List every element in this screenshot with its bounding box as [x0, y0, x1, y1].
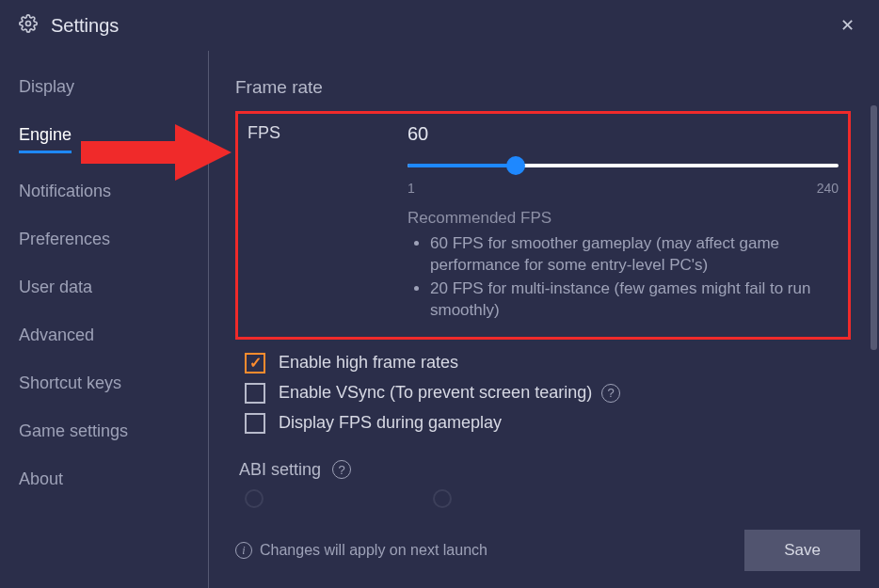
recommended-fps-title: Recommended FPS — [408, 209, 839, 228]
sidebar-item-game-settings[interactable]: Game settings — [19, 421, 128, 441]
svg-point-0 — [26, 22, 31, 26]
abi-radio-option[interactable] — [245, 489, 264, 508]
checkbox-label-display-fps: Display FPS during gameplay — [279, 413, 502, 433]
sidebar-item-display[interactable]: Display — [19, 77, 74, 97]
footer-note-text: Changes will apply on next launch — [260, 542, 487, 559]
sidebar-item-engine[interactable]: Engine — [19, 125, 72, 153]
fps-slider-thumb[interactable] — [506, 156, 525, 175]
header-left: Settings — [19, 14, 119, 37]
info-icon: i — [235, 542, 252, 559]
recommended-fps-list: 60 FPS for smoother gameplay (may affect… — [408, 233, 839, 322]
help-icon[interactable]: ? — [601, 384, 620, 403]
checkbox-label-vsync: Enable VSync (To prevent screen tearing) — [279, 383, 592, 403]
window-header: Settings ✕ — [0, 0, 879, 51]
sidebar-item-notifications[interactable]: Notifications — [19, 182, 111, 201]
fps-slider-min: 1 — [408, 181, 415, 196]
fps-value: 60 — [408, 123, 839, 145]
frame-rate-title: Frame rate — [235, 77, 851, 98]
fps-highlight-box: FPS 60 1 240 Recommended FPS 60 FPS for … — [235, 111, 851, 340]
fps-slider[interactable] — [408, 156, 839, 175]
scrollbar-thumb[interactable] — [871, 105, 877, 350]
checkbox-vsync[interactable] — [245, 383, 265, 404]
checkbox-high-frame-rates[interactable] — [245, 353, 265, 373]
abi-radio-option[interactable] — [433, 489, 452, 508]
sidebar-item-advanced[interactable]: Advanced — [19, 326, 94, 345]
checkbox-display-fps[interactable] — [245, 413, 265, 434]
close-icon[interactable]: ✕ — [835, 9, 860, 41]
gear-icon — [19, 14, 38, 37]
sidebar-item-preferences[interactable]: Preferences — [19, 230, 110, 249]
help-icon[interactable]: ? — [332, 460, 351, 479]
window-title: Settings — [51, 15, 119, 37]
sidebar: Display Engine Notifications Preferences… — [0, 51, 209, 588]
sidebar-item-user-data[interactable]: User data — [19, 278, 92, 297]
checkbox-label-high-frame-rates: Enable high frame rates — [279, 353, 458, 373]
abi-radio-group — [245, 489, 851, 508]
recommended-fps-item: 20 FPS for multi-instance (few games mig… — [430, 278, 839, 322]
fps-slider-max: 240 — [817, 181, 839, 196]
sidebar-item-shortcut-keys[interactable]: Shortcut keys — [19, 373, 121, 393]
fps-label: FPS — [248, 123, 408, 143]
abi-setting-title: ABI setting — [239, 460, 321, 480]
recommended-fps-item: 60 FPS for smoother gameplay (may affect… — [430, 233, 839, 277]
save-button[interactable]: Save — [744, 530, 860, 571]
main-content: Frame rate FPS 60 1 240 Recommended FPS — [209, 51, 879, 588]
sidebar-item-about[interactable]: About — [19, 469, 63, 489]
